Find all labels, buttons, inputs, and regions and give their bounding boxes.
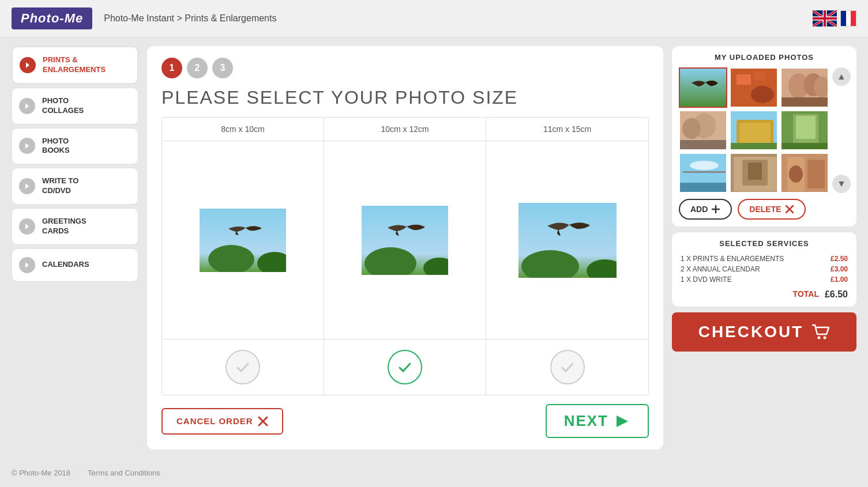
photo-thumb-2	[362, 206, 448, 275]
sidebar-label-collages: PHOTOCOLLAGES	[42, 96, 84, 116]
size-photo-1[interactable]	[162, 141, 324, 339]
breadcrumb: Photo-Me Instant > Prints & Enlargements	[104, 13, 276, 24]
check-circle-2[interactable]	[388, 350, 422, 384]
footer: © Photo-Me 2018 Terms and Conditions	[0, 458, 868, 487]
sidebar-label-prints: PRINTS &ENLARGEMENTS	[43, 55, 106, 75]
svg-point-57	[818, 337, 821, 339]
center-panel: 1 2 3 PLEASE SELECT YOUR PHOTO SIZE 8cm …	[147, 46, 663, 450]
add-plus-icon	[711, 205, 720, 214]
size-select-3[interactable]	[486, 339, 648, 395]
add-photo-button[interactable]: ADD	[679, 199, 732, 220]
sidebar-item-books[interactable]: PHOTOBOOKS	[12, 128, 138, 165]
svg-rect-28	[781, 97, 829, 108]
photo-grid-item-4[interactable]	[679, 110, 727, 150]
bottom-buttons: CANCEL ORDER NEXT	[161, 404, 649, 438]
size-col-2: 10cm x 12cm	[324, 118, 486, 395]
step-1[interactable]: 1	[161, 58, 182, 78]
next-button[interactable]: NEXT	[546, 404, 649, 438]
sidebar-item-prints[interactable]: PRINTS &ENLARGEMENTS	[12, 46, 138, 84]
svg-rect-42	[683, 171, 726, 173]
step-3[interactable]: 3	[212, 58, 233, 78]
svg-rect-35	[739, 123, 771, 143]
service-name-1: 1 X PRINTS & ENLARGEMENTS	[681, 255, 784, 263]
delete-x-icon	[785, 205, 794, 214]
svg-marker-3	[25, 143, 29, 149]
arrow-icon-greetings	[19, 218, 35, 235]
uploaded-photos-title: MY UPLOADED PHOTOS	[679, 53, 850, 62]
cancel-order-button[interactable]: CANCEL ORDER	[161, 408, 283, 435]
size-photo-2[interactable]	[324, 141, 486, 339]
selected-services-title: SELECTED SERVICES	[681, 239, 848, 248]
photo-actions: ADD DELETE	[679, 199, 850, 220]
svg-marker-1	[26, 62, 29, 68]
main-content: PRINTS &ENLARGEMENTS PHOTOCOLLAGES PHOTO…	[0, 37, 868, 458]
service-row-2: 2 X ANNUAL CALENDAR £3.00	[681, 264, 848, 274]
scroll-controls: ▲ ▼	[832, 67, 851, 193]
svg-rect-19	[680, 69, 727, 108]
service-price-1: £2.50	[831, 255, 848, 263]
svg-point-31	[682, 118, 701, 139]
checkout-button[interactable]: CHECKOUT	[672, 312, 856, 352]
svg-point-23	[751, 86, 774, 103]
photo-grid-item-1[interactable]	[679, 67, 727, 108]
checkout-cart-icon	[811, 323, 830, 341]
uploaded-photos-section: MY UPLOADED PHOTOS	[672, 46, 856, 226]
sidebar-label-books: PHOTOBOOKS	[42, 137, 70, 156]
scroll-up-button[interactable]: ▲	[832, 67, 851, 86]
photo-grid-item-5[interactable]	[730, 110, 778, 150]
sidebar-item-calendars[interactable]: CALENDARS	[12, 248, 138, 282]
sidebar-item-collages[interactable]: PHOTOCOLLAGES	[12, 88, 138, 124]
sidebar-item-greetings[interactable]: GREETINGSCARDS	[12, 208, 138, 245]
sidebar-label-greetings: GREETINGSCARDS	[42, 217, 87, 236]
photo-grid-item-8[interactable]	[730, 153, 778, 193]
total-amount: £6.50	[825, 289, 848, 300]
photo-grid-item-3[interactable]	[780, 67, 829, 108]
step-2[interactable]: 2	[187, 58, 208, 78]
photos-grid-wrapper: ▲ ▼	[679, 67, 850, 193]
selected-services-section: SELECTED SERVICES 1 X PRINTS & ENLARGEME…	[672, 232, 856, 307]
service-row-3: 1 X DVD WRITE £1.00	[681, 274, 848, 285]
logo[interactable]: Photo-Me	[12, 7, 92, 29]
svg-rect-39	[796, 116, 816, 139]
svg-rect-21	[737, 74, 751, 85]
sidebar-item-cd[interactable]: WRITE TOCD/DVD	[12, 168, 138, 205]
flag-fr-icon[interactable]	[840, 10, 856, 27]
svg-rect-36	[731, 143, 778, 150]
sidebar-label-calendars: CALENDARS	[42, 260, 89, 270]
svg-rect-48	[748, 163, 762, 180]
delete-photo-button[interactable]: DELETE	[738, 199, 805, 220]
step-indicators: 1 2 3	[161, 58, 649, 78]
svg-point-58	[824, 337, 826, 339]
svg-rect-40	[781, 143, 829, 150]
svg-marker-4	[25, 183, 29, 189]
check-circle-3[interactable]	[550, 350, 585, 384]
photo-grid-item-9[interactable]	[780, 153, 829, 193]
arrow-icon-prints	[20, 57, 36, 73]
photo-grid-item-2[interactable]	[730, 67, 778, 108]
header-left: Photo-Me Photo-Me Instant > Prints & Enl…	[12, 7, 276, 29]
check-circle-1[interactable]	[226, 350, 260, 384]
photo-grid-item-6[interactable]	[780, 110, 829, 150]
arrow-icon-calendars	[19, 257, 35, 273]
sidebar: PRINTS &ENLARGEMENTS PHOTOCOLLAGES PHOTO…	[12, 46, 138, 450]
total-row: TOTAL £6.50	[681, 289, 848, 300]
terms-link[interactable]: Terms and Conditions	[88, 469, 160, 477]
next-arrow-icon	[614, 413, 630, 429]
check-icon-1	[234, 358, 251, 376]
check-icon-2	[396, 358, 414, 376]
svg-rect-22	[754, 71, 765, 80]
sidebar-label-cd: WRITE TOCD/DVD	[42, 176, 78, 196]
size-select-1[interactable]	[162, 339, 324, 395]
copyright: © Photo-Me 2018	[12, 469, 70, 477]
scroll-down-button[interactable]: ▼	[832, 175, 851, 193]
photo-grid-item-7[interactable]	[679, 153, 727, 193]
size-label-1: 8cm x 10cm	[162, 118, 324, 141]
size-photo-3[interactable]	[486, 141, 648, 339]
arrow-icon-books	[19, 138, 35, 154]
flag-uk-icon[interactable]	[813, 10, 837, 27]
service-row-1: 1 X PRINTS & ENLARGEMENTS £2.50	[681, 254, 848, 264]
arrow-icon-collages	[19, 98, 35, 114]
size-select-2[interactable]	[324, 339, 486, 395]
svg-marker-5	[25, 224, 29, 229]
size-label-3: 11cm x 15cm	[486, 118, 648, 141]
